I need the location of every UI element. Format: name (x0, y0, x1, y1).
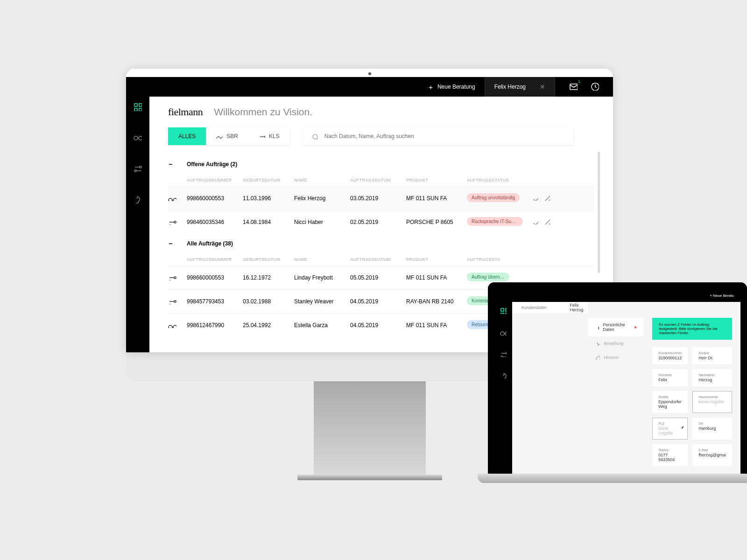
error-dot-icon (634, 326, 636, 329)
field-plz[interactable]: PLZkeine Angabe (652, 418, 688, 440)
col-date: AUFTRAGSDATUM (350, 178, 406, 182)
cell-name: Felix Herzog (294, 195, 350, 202)
section-title: Offene Aufträge (2) (187, 161, 237, 168)
status-badge: Auftrag übern… (467, 273, 509, 281)
cell-product: RAY-BAN RB 2140 (406, 298, 467, 305)
cell-number: 998660000553 (187, 195, 243, 202)
sidebar-dashboard[interactable] (132, 101, 143, 112)
laptop-sidebar (494, 289, 512, 474)
mail-icon[interactable] (569, 82, 578, 92)
cell-name: Linday Freybott (294, 274, 350, 281)
cell-name: Estella Garza (294, 322, 350, 329)
cell-product: MF 011 SUN FA (406, 322, 467, 329)
section-open-orders[interactable]: − Offene Aufträge (2) (168, 154, 594, 174)
col-status: AUFTRAGSSTATUS (467, 178, 532, 182)
cell-dob: 25.04.1992 (243, 322, 294, 329)
cell-date: 05.05.2019 (350, 274, 406, 281)
field-hausnummer[interactable]: Hausnummerkeine Angabe (692, 391, 732, 413)
field-anrede[interactable]: AnredeHerr Dr. (692, 347, 732, 364)
nav-order[interactable]: Bestellung (588, 336, 644, 350)
cell-date: 04.05.2019 (350, 322, 406, 329)
field-kundennummer[interactable]: Kundennummer3190000112 (652, 347, 688, 364)
filter-tab-all[interactable]: ALLES (168, 127, 206, 145)
row-type-icon (168, 322, 176, 328)
laptop-topbar: + Neue Beratu (512, 289, 740, 302)
cell-number: 998460035346 (187, 219, 243, 225)
edit-button[interactable] (544, 195, 550, 202)
sidebar-hearing[interactable] (500, 372, 507, 378)
search-icon (311, 133, 318, 140)
status-badge: Rücksprache IT-Support (467, 217, 523, 226)
new-consultation-button[interactable]: +Neue Beratung (419, 77, 485, 97)
cell-dob: 11.03.1996 (243, 195, 294, 202)
row-type-icon (168, 219, 176, 225)
field-email[interactable]: E-Mailfherzog@gmai (692, 444, 732, 466)
section-title: Alle Aufträge (38) (187, 240, 233, 247)
nav-personal-data[interactable]: Persönliche Daten (588, 318, 644, 336)
brand-logo: fielmann (168, 106, 203, 118)
new-consultation-button[interactable]: + Neue Beratu (710, 294, 734, 298)
col-dob: GEBURTSDATUM (243, 178, 294, 182)
new-consultation-label: Neue Beratung (437, 84, 475, 90)
scrollbar[interactable] (598, 152, 600, 273)
cell-dob: 14.08.1984 (243, 219, 294, 225)
sidebar-hearing[interactable] (132, 194, 143, 205)
sidebar-glasses[interactable] (132, 132, 143, 143)
row-type-icon (168, 299, 176, 304)
search-input[interactable] (324, 133, 565, 140)
sidebar-adjust[interactable] (132, 163, 143, 174)
cell-date: 02.05.2019 (350, 219, 406, 225)
collapse-icon[interactable]: − (168, 162, 173, 167)
col-name: NAME (294, 178, 350, 182)
col-number: AUFTRAGSNUMMER (187, 178, 243, 182)
edit-icon[interactable] (679, 424, 684, 428)
edit-button[interactable] (544, 218, 550, 226)
close-icon[interactable]: ✕ (540, 83, 545, 91)
cell-number: 998660000553 (187, 274, 243, 281)
cell-number: 998457793453 (187, 298, 243, 305)
field-vorname[interactable]: VornameFelix (652, 369, 688, 386)
filter-tab-kls[interactable]: KLS (248, 127, 290, 145)
sidebar-glasses[interactable] (500, 329, 507, 336)
page-headline: Willkommen zu Vision. (214, 106, 312, 118)
adjust-icon (259, 134, 265, 139)
field-nachname[interactable]: NachnameHerzog (692, 369, 732, 386)
search-field[interactable] (303, 127, 574, 145)
row-type-icon (168, 275, 176, 280)
cell-dob: 03.02.1988 (243, 298, 294, 305)
cell-product: MF 011 SUN FA (406, 195, 467, 202)
customer-name: Felix Herzog (494, 84, 526, 90)
nav-note[interactable]: Hinweis (588, 350, 644, 364)
field-strasse[interactable]: StraßeEppendorfer Weg (652, 391, 688, 413)
table-header: AUFTRAGSNUMMER GEBURTSDATUM NAME AUFTRAG… (168, 253, 594, 266)
top-bar: +Neue Beratung Felix Herzog✕ (126, 77, 613, 97)
sidebar-dashboard[interactable] (500, 308, 507, 314)
imac-camera (368, 72, 371, 75)
sidebar-adjust[interactable] (500, 350, 507, 357)
active-customer-tab[interactable]: Felix Herzog✕ (485, 77, 555, 97)
table-row[interactable]: 99846003534614.08.1984Nicci Haber02.05.2… (168, 210, 594, 234)
cell-number: 998612467990 (187, 322, 243, 329)
confirm-button[interactable] (532, 218, 538, 226)
cell-product: PORSCHE P 8605 (406, 219, 467, 225)
cell-date: 04.05.2019 (350, 298, 406, 305)
cell-name: Nicci Haber (294, 219, 350, 225)
filter-tabs: ALLES SBR KLS (168, 127, 290, 145)
section-all-orders[interactable]: − Alle Aufträge (38) (168, 234, 594, 253)
table-row[interactable]: 99866000055311.03.1996Felix Herzog03.05.… (168, 186, 594, 210)
confirm-button[interactable] (532, 195, 538, 202)
error-banner: Es wurden 2 Fehler im Auftrag festgestel… (652, 318, 732, 340)
filter-tab-sbr[interactable]: SBR (206, 127, 248, 145)
detail-nav: Persönliche Daten Bestellung Hinweis (588, 313, 644, 474)
breadcrumb-customer-data[interactable]: Kundendaten (521, 305, 547, 310)
alarm-icon[interactable] (591, 82, 599, 92)
field-ort[interactable]: OrtHamburg (692, 418, 732, 440)
glasses-icon (216, 134, 223, 139)
cell-dob: 16.12.1972 (243, 274, 294, 281)
col-product: PRODUKT (406, 178, 467, 182)
info-icon (595, 355, 600, 360)
user-icon (595, 325, 599, 329)
collapse-icon[interactable]: − (168, 241, 173, 246)
status-badge: Auftrag unvollständig (467, 193, 520, 202)
field-telefon[interactable]: Telefon0177 5933504 (652, 444, 688, 466)
